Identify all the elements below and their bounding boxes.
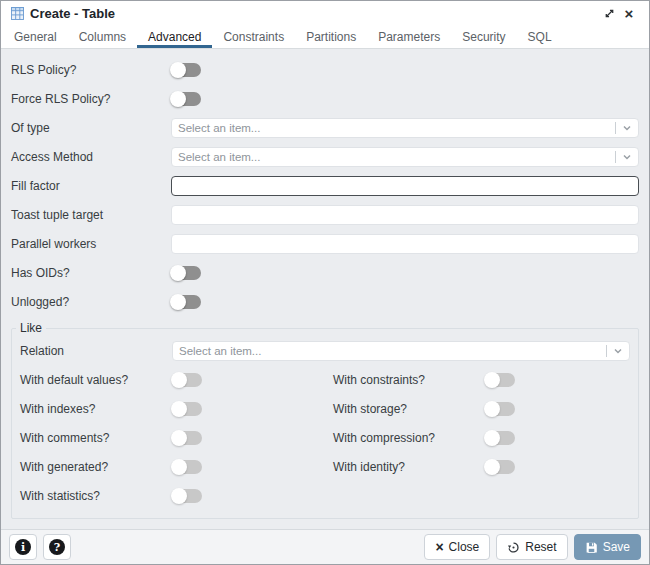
with-compression-label: With compression? <box>333 431 485 445</box>
reset-icon <box>507 541 520 554</box>
tab-advanced[interactable]: Advanced <box>137 26 212 48</box>
select-placeholder: Select an item... <box>178 122 615 134</box>
toggle-knob <box>171 401 187 417</box>
toast-tuple-target-row: Toast tuple target <box>11 200 639 229</box>
with-generated-cell: With generated? <box>20 452 325 481</box>
dialog-titlebar: Create - Table × <box>1 1 649 26</box>
of-type-row: Of type Select an item... <box>11 113 639 142</box>
with-statistics-cell: With statistics? <box>20 481 325 510</box>
chevron-down-icon <box>622 123 632 133</box>
select-separator <box>615 122 616 134</box>
with-default-values-label: With default values? <box>20 373 172 387</box>
fill-factor-input[interactable] <box>171 176 639 196</box>
tab-partitions[interactable]: Partitions <box>295 26 367 48</box>
toggle-knob <box>484 401 500 417</box>
with-storage-toggle <box>485 402 515 416</box>
with-default-values-cell: With default values? <box>20 365 325 394</box>
rls-policy-toggle[interactable] <box>171 63 201 77</box>
chevron-down-icon <box>613 346 623 356</box>
with-compression-toggle <box>485 431 515 445</box>
empty-cell <box>325 481 630 510</box>
of-type-label: Of type <box>11 121 171 135</box>
like-toggles-row: With indexes? With storage? <box>20 394 630 423</box>
save-button[interactable]: Save <box>574 534 641 560</box>
toast-tuple-target-input[interactable] <box>171 205 639 225</box>
tab-constraints[interactable]: Constraints <box>212 26 295 48</box>
with-storage-cell: With storage? <box>325 394 630 423</box>
tab-columns[interactable]: Columns <box>68 26 137 48</box>
with-comments-cell: With comments? <box>20 423 325 452</box>
dialog-title: Create - Table <box>30 6 115 21</box>
with-compression-cell: With compression? <box>325 423 630 452</box>
tab-general[interactable]: General <box>3 26 68 48</box>
force-rls-policy-toggle[interactable] <box>171 92 201 106</box>
toggle-knob <box>171 488 187 504</box>
toggle-knob <box>170 265 186 281</box>
parallel-workers-input[interactable] <box>171 234 639 254</box>
toggle-knob <box>171 372 187 388</box>
close-button-label: Close <box>449 540 480 554</box>
toggle-knob <box>171 430 187 446</box>
reset-button[interactable]: Reset <box>496 534 567 560</box>
with-identity-cell: With identity? <box>325 452 630 481</box>
chevron-down-icon <box>622 152 632 162</box>
force-rls-policy-row: Force RLS Policy? <box>11 84 639 113</box>
has-oids-row: Has OIDs? <box>11 258 639 287</box>
like-toggles-row: With default values? With constraints? <box>20 365 630 394</box>
unlogged-toggle[interactable] <box>171 295 201 309</box>
fill-factor-label: Fill factor <box>11 179 171 193</box>
with-statistics-label: With statistics? <box>20 489 172 503</box>
help-button[interactable]: ? <box>43 534 71 560</box>
toggle-knob <box>170 294 186 310</box>
with-statistics-toggle <box>172 489 202 503</box>
with-identity-label: With identity? <box>333 460 485 474</box>
rls-policy-row: RLS Policy? <box>11 55 639 84</box>
like-section: Like Relation Select an item... With def… <box>11 321 639 519</box>
tab-sql[interactable]: SQL <box>517 26 563 48</box>
save-icon <box>585 541 598 554</box>
rls-policy-label: RLS Policy? <box>11 63 171 77</box>
with-default-values-toggle <box>172 373 202 387</box>
with-comments-toggle <box>172 431 202 445</box>
toggle-knob <box>484 430 500 446</box>
parallel-workers-row: Parallel workers <box>11 229 639 258</box>
table-icon <box>11 7 24 20</box>
dialog-tabs: General Columns Advanced Constraints Par… <box>1 26 649 49</box>
with-identity-toggle <box>485 460 515 474</box>
close-icon: × <box>435 540 443 554</box>
relation-row: Relation Select an item... <box>20 336 630 365</box>
toast-tuple-target-label: Toast tuple target <box>11 208 171 222</box>
advanced-tab-panel: RLS Policy? Force RLS Policy? Of type Se… <box>1 49 649 529</box>
reset-button-label: Reset <box>525 540 556 554</box>
close-button[interactable]: × Close <box>424 534 490 560</box>
like-section-legend: Like <box>16 321 46 335</box>
tab-security[interactable]: Security <box>451 26 516 48</box>
with-indexes-label: With indexes? <box>20 402 172 416</box>
relation-select[interactable]: Select an item... <box>172 341 630 361</box>
create-table-dialog: Create - Table × General Columns Advance… <box>0 0 650 565</box>
access-method-select[interactable]: Select an item... <box>171 147 639 167</box>
with-indexes-toggle <box>172 402 202 416</box>
parallel-workers-label: Parallel workers <box>11 237 171 251</box>
access-method-label: Access Method <box>11 150 171 164</box>
tab-parameters[interactable]: Parameters <box>367 26 451 48</box>
like-toggles-row: With comments? With compression? <box>20 423 630 452</box>
with-generated-label: With generated? <box>20 460 172 474</box>
toggle-knob <box>170 62 186 78</box>
maximize-icon[interactable] <box>599 4 619 24</box>
toggle-knob <box>170 91 186 107</box>
of-type-select[interactable]: Select an item... <box>171 118 639 138</box>
with-generated-toggle <box>172 460 202 474</box>
toggle-knob <box>171 459 187 475</box>
help-icon: ? <box>49 539 65 555</box>
with-constraints-label: With constraints? <box>333 373 485 387</box>
has-oids-toggle[interactable] <box>171 266 201 280</box>
toggle-knob <box>484 372 500 388</box>
toggle-knob <box>484 459 500 475</box>
with-constraints-toggle <box>485 373 515 387</box>
unlogged-label: Unlogged? <box>11 295 171 309</box>
sql-info-button[interactable]: i <box>9 534 37 560</box>
access-method-row: Access Method Select an item... <box>11 142 639 171</box>
window-close-icon[interactable]: × <box>619 4 639 24</box>
force-rls-policy-label: Force RLS Policy? <box>11 92 171 106</box>
